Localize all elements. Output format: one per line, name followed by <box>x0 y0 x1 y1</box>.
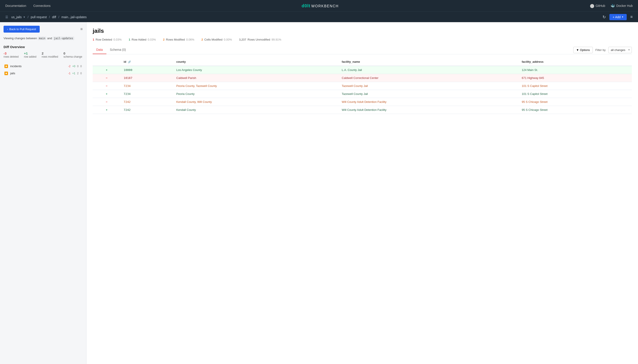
filter-icon: ▼ <box>576 48 579 52</box>
table-title: jails <box>93 28 632 34</box>
table-name-jails: jails <box>10 72 66 75</box>
table-nums-incidents: -2 +0 0 0 <box>68 65 82 68</box>
cell-county: Los Angeles County <box>173 66 338 74</box>
breadcrumb-bar: ☰ us_jails ▼ / pull request / diff / mai… <box>0 12 638 22</box>
cell-id: 7242 <box>120 98 173 106</box>
add-button[interactable]: + Add ▼ <box>610 14 627 20</box>
sidebar: ‹ Back to Pull Request ≡ Viewing changes… <box>0 22 86 364</box>
table-icon: ☰ <box>5 15 8 19</box>
change-indicator: + <box>93 90 120 98</box>
change-indicator: − <box>93 74 120 82</box>
stat-rows-modified: 2 Rows Modified 0.06% <box>163 38 194 41</box>
table-icon-incidents <box>4 64 8 68</box>
cell-id: 7234 <box>120 90 173 98</box>
schema-change-label: schema change <box>64 55 82 58</box>
col-facility-address: facility_address <box>518 58 632 66</box>
filter-dropdown-wrap: all changes added deleted modified <box>608 47 632 53</box>
cell-facility-address: 95 S Chicago Street <box>518 106 632 114</box>
cell-facility-name: Tazewell County Jail <box>339 90 519 98</box>
change-indicator: − <box>93 98 120 106</box>
rows-deleted-label: rows deleted <box>4 55 18 58</box>
sidebar-header: ‹ Back to Pull Request ≡ <box>4 26 83 32</box>
tab-data[interactable]: Data <box>93 46 106 54</box>
table-nums-jails: -1 +1 2 0 <box>68 72 82 75</box>
cell-id: 7242 <box>120 106 173 114</box>
breadcrumb-diff[interactable]: diff <box>52 15 56 19</box>
nav-docker-hub[interactable]: 🐳 Docker Hub <box>610 4 633 8</box>
col-facility-name: facility_name <box>339 58 519 66</box>
cell-facility-name: Tazewell County Jail <box>339 82 519 90</box>
rows-modified-num: 2 <box>42 52 58 55</box>
cell-facility-address: 671 Highway 845 <box>518 74 632 82</box>
cell-county: Peoria County <box>173 90 338 98</box>
logo-d-text: d0lt <box>302 3 310 8</box>
nav-documentation[interactable]: Documentation <box>5 4 26 8</box>
cell-county: Kendall County, Will County <box>173 98 338 106</box>
filter-select[interactable]: all changes added deleted modified <box>608 47 632 53</box>
table-list: incidents -2 +0 0 0 jails -1 +1 2 0 <box>4 63 83 77</box>
cell-county: Peoria County, Tazewell County <box>173 82 338 90</box>
back-to-pull-request-button[interactable]: ‹ Back to Pull Request <box>4 26 40 32</box>
table-header-row: id 🔗 county facility_name facility_addre… <box>93 58 632 66</box>
main-content: jails 1 Row Deleted 0.03% 1 Row Added 0.… <box>86 22 638 364</box>
change-indicator: − <box>93 82 120 90</box>
options-button[interactable]: ▼ Options <box>573 47 593 53</box>
stat-row-added: 1 Row Added 0.03% <box>129 38 156 41</box>
diff-stats: -3 rows deleted +1 row added 2 rows modi… <box>4 52 83 58</box>
change-indicator: + <box>93 66 120 74</box>
breadcrumb-db[interactable]: us_jails <box>11 15 22 19</box>
table-row: + 10000 Los Angeles County L.A. County J… <box>93 66 632 74</box>
cell-facility-address: 101 S Capitol Street <box>518 82 632 90</box>
layout: ‹ Back to Pull Request ≡ Viewing changes… <box>0 22 638 364</box>
breadcrumb-pull-request[interactable]: pull request <box>30 15 46 19</box>
cell-facility-address: 124 Main St. <box>518 66 632 74</box>
breadcrumb-branch: main...jail-updates <box>62 15 87 19</box>
nav-github[interactable]: ⬤ GitHub <box>590 3 606 8</box>
diff-overview-title: Diff Overview <box>4 45 83 49</box>
viewing-changes-text: Viewing changes between main and jail-up… <box>4 36 83 40</box>
cell-facility-name: L.A. County Jail <box>339 66 519 74</box>
tabs: Data Schema (0) <box>93 46 130 54</box>
cell-facility-name: Will County Adult Detention Facility <box>339 98 519 106</box>
tabs-row: Data Schema (0) ▼ Options Filter by all … <box>93 46 632 54</box>
cell-id: 10000 <box>120 66 173 74</box>
col-id: id 🔗 <box>120 58 173 66</box>
row-added-num: +1 <box>24 52 36 55</box>
chevron-left-icon: ‹ <box>7 28 8 31</box>
github-icon: ⬤ <box>590 3 594 8</box>
table-name-incidents: incidents <box>10 64 66 68</box>
table-row: − 7242 Kendall County, Will County Will … <box>93 98 632 106</box>
change-indicator: + <box>93 106 120 114</box>
menu-button[interactable]: ≡ <box>630 15 633 19</box>
rows-modified-label: rows modified <box>42 55 58 58</box>
col-change <box>93 58 120 66</box>
table-row: − 7234 Peoria County, Tazewell County Ta… <box>93 82 632 90</box>
cell-id: 7234 <box>120 82 173 90</box>
top-nav: Documentation Connections d0ltWORKBENCH … <box>0 0 638 12</box>
add-dropdown-arrow: ▼ <box>622 16 624 18</box>
stat-rows-unmodified: 3,237 Rows Unmodified 99.91% <box>239 38 281 41</box>
table-row: + 7242 Kendall County Will County Adult … <box>93 106 632 114</box>
table-icon-jails <box>4 72 8 75</box>
tab-schema[interactable]: Schema (0) <box>106 46 130 54</box>
refresh-button[interactable]: ↻ <box>602 15 606 20</box>
dropdown-icon: ▼ <box>23 16 26 18</box>
cell-facility-name: Caldwell Correctional Center <box>339 74 519 82</box>
cell-facility-address: 95 S Chicago Street <box>518 98 632 106</box>
nav-connections[interactable]: Connections <box>33 4 50 8</box>
schema-change-num: 0 <box>64 52 82 55</box>
id-link-icon: 🔗 <box>128 60 131 63</box>
logo: d0ltWORKBENCH <box>302 3 339 8</box>
cell-facility-name: Will County Adult Detention Facility <box>339 106 519 114</box>
table-row: + 7234 Peoria County Tazewell County Jai… <box>93 90 632 98</box>
stat-cells-modified: 2 Cells Modified 0.00% <box>202 38 232 41</box>
cell-facility-address: 101 S Capitol Street <box>518 90 632 98</box>
rows-deleted-num: -3 <box>4 52 18 55</box>
cell-county: Kendall County <box>173 106 338 114</box>
table-item-incidents[interactable]: incidents -2 +0 0 0 <box>4 63 83 70</box>
docker-icon: 🐳 <box>610 4 615 8</box>
logo-workbench-text: WORKBENCH <box>311 4 339 8</box>
sidebar-menu-button[interactable]: ≡ <box>80 27 83 32</box>
table-item-jails[interactable]: jails -1 +1 2 0 <box>4 70 83 77</box>
filter-label: Filter by <box>596 48 606 52</box>
